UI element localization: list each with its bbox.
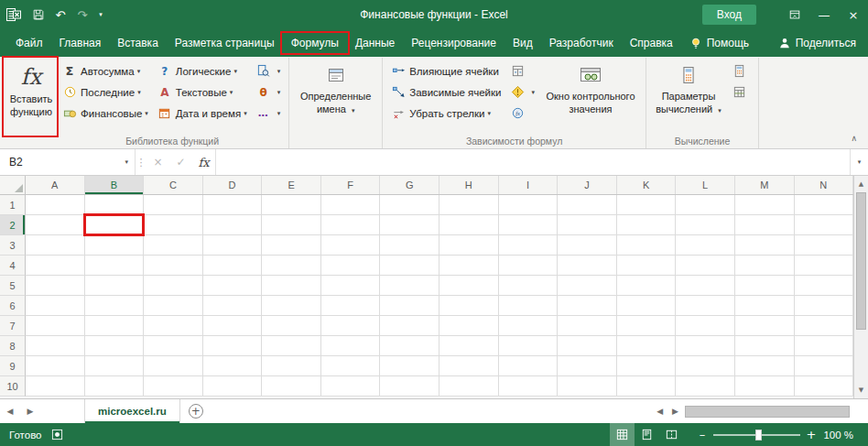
horizontal-scrollbar[interactable]: ◀ ▶ — [652, 399, 868, 423]
row-header-2[interactable]: 2 — [0, 215, 26, 235]
column-header-F[interactable]: F — [321, 176, 381, 194]
sheet-nav-left-icon[interactable]: ◀ — [0, 399, 20, 423]
cell-D7[interactable] — [203, 316, 263, 336]
close-button[interactable]: × — [839, 0, 868, 29]
cell-G9[interactable] — [380, 356, 439, 376]
cell-L3[interactable] — [676, 235, 735, 256]
cell-M6[interactable] — [735, 296, 795, 316]
zoom-level-label[interactable]: 100 % — [819, 430, 861, 441]
column-header-B[interactable]: B — [85, 176, 145, 194]
cell-B8[interactable] — [85, 336, 145, 356]
tab-page-layout[interactable]: Разметка страницы — [167, 29, 283, 57]
ribbon-display-options-button[interactable] — [780, 0, 809, 29]
cell-B6[interactable] — [85, 296, 145, 316]
cell-A10[interactable] — [26, 376, 85, 397]
cell-I6[interactable] — [499, 296, 559, 316]
cell-A2[interactable] — [26, 215, 85, 235]
tab-view[interactable]: Вид — [505, 29, 541, 57]
cell-E8[interactable] — [262, 336, 321, 356]
cell-J8[interactable] — [558, 336, 617, 356]
cell-D8[interactable] — [203, 336, 263, 356]
cell-L4[interactable] — [676, 256, 735, 276]
vertical-scroll-thumb[interactable] — [856, 192, 866, 330]
cell-A9[interactable] — [26, 356, 85, 376]
scroll-down-icon[interactable]: ▼ — [859, 385, 863, 396]
cell-H8[interactable] — [439, 336, 499, 356]
trace-dependents-button[interactable]: Зависимые ячейки — [386, 82, 505, 103]
cell-B10[interactable] — [85, 376, 145, 397]
cell-J4[interactable] — [558, 256, 617, 276]
cell-H7[interactable] — [439, 316, 499, 336]
cell-J9[interactable] — [558, 356, 617, 376]
remove-arrows-button[interactable]: Убрать стрелки ▾ — [386, 103, 505, 124]
row-header-4[interactable]: 4 — [0, 256, 26, 276]
cell-C9[interactable] — [144, 356, 203, 376]
cell-G7[interactable] — [380, 316, 439, 336]
cell-D9[interactable] — [203, 356, 263, 376]
cell-L2[interactable] — [676, 215, 735, 235]
more-functions-button[interactable]: … ▾ — [252, 103, 286, 124]
cell-C6[interactable] — [144, 296, 203, 316]
show-formulas-button[interactable] — [506, 60, 540, 82]
cell-I8[interactable] — [499, 336, 559, 356]
calculate-now-button[interactable] — [727, 60, 754, 82]
tab-file[interactable]: Файл — [7, 29, 51, 57]
cell-G10[interactable] — [380, 376, 439, 397]
cell-J1[interactable] — [558, 195, 617, 215]
math-trig-button[interactable]: θ ▾ — [252, 82, 286, 103]
cell-N4[interactable] — [795, 256, 853, 276]
cell-N2[interactable] — [795, 215, 853, 235]
select-all-button[interactable] — [0, 176, 26, 194]
cell-M2[interactable] — [735, 215, 795, 235]
cell-A5[interactable] — [26, 276, 85, 296]
sheet-nav-right-icon[interactable]: ▶ — [20, 399, 40, 423]
cell-M4[interactable] — [735, 256, 795, 276]
cell-E3[interactable] — [262, 235, 321, 256]
cell-D4[interactable] — [203, 256, 263, 276]
new-sheet-button[interactable]: + — [180, 399, 212, 423]
share-button[interactable]: Поделиться — [770, 29, 864, 57]
formula-input[interactable] — [215, 149, 850, 175]
cell-M8[interactable] — [735, 336, 795, 356]
evaluate-formula-button[interactable]: fx — [506, 103, 540, 124]
cell-N7[interactable] — [795, 316, 853, 336]
cell-L9[interactable] — [676, 356, 735, 376]
formula-bar-expand-button[interactable]: ▾ — [850, 149, 868, 175]
tab-developer[interactable]: Разработчик — [541, 29, 622, 57]
cell-A6[interactable] — [26, 296, 85, 316]
column-header-J[interactable]: J — [558, 176, 617, 194]
page-break-view-button[interactable] — [659, 423, 684, 446]
redo-button[interactable]: ↷ — [71, 0, 93, 29]
calculate-sheet-button[interactable] — [727, 82, 754, 103]
cell-K9[interactable] — [617, 356, 677, 376]
cell-D1[interactable] — [203, 195, 263, 215]
cell-C8[interactable] — [144, 336, 203, 356]
zoom-slider[interactable] — [713, 434, 800, 436]
hscroll-right-icon[interactable]: ▶ — [667, 407, 683, 416]
cell-K6[interactable] — [617, 296, 677, 316]
cell-B5[interactable] — [85, 276, 145, 296]
cell-D2[interactable] — [203, 215, 263, 235]
cell-H2[interactable] — [439, 215, 499, 235]
cell-J5[interactable] — [558, 276, 617, 296]
cell-G1[interactable] — [380, 195, 439, 215]
cell-N5[interactable] — [795, 276, 853, 296]
zoom-in-button[interactable]: + — [804, 428, 819, 441]
cell-K7[interactable] — [617, 316, 677, 336]
page-layout-view-button[interactable] — [635, 423, 659, 446]
tab-formulas[interactable]: Формулы — [283, 29, 347, 57]
cell-L6[interactable] — [676, 296, 735, 316]
column-header-G[interactable]: G — [380, 176, 439, 194]
financial-functions-button[interactable]: Финансовые ▾ — [58, 103, 153, 124]
sign-in-button[interactable]: Вход — [702, 5, 756, 25]
column-header-I[interactable]: I — [499, 176, 559, 194]
insert-function-button[interactable]: fx Вставить функцию — [5, 59, 58, 134]
cell-L10[interactable] — [676, 376, 735, 397]
row-header-3[interactable]: 3 — [0, 235, 26, 256]
horizontal-scroll-thumb[interactable] — [685, 406, 850, 418]
undo-button[interactable]: ↶ — [49, 0, 71, 29]
cell-C2[interactable] — [144, 215, 203, 235]
cell-E10[interactable] — [262, 376, 321, 397]
cell-F8[interactable] — [321, 336, 381, 356]
cell-A7[interactable] — [26, 316, 85, 336]
